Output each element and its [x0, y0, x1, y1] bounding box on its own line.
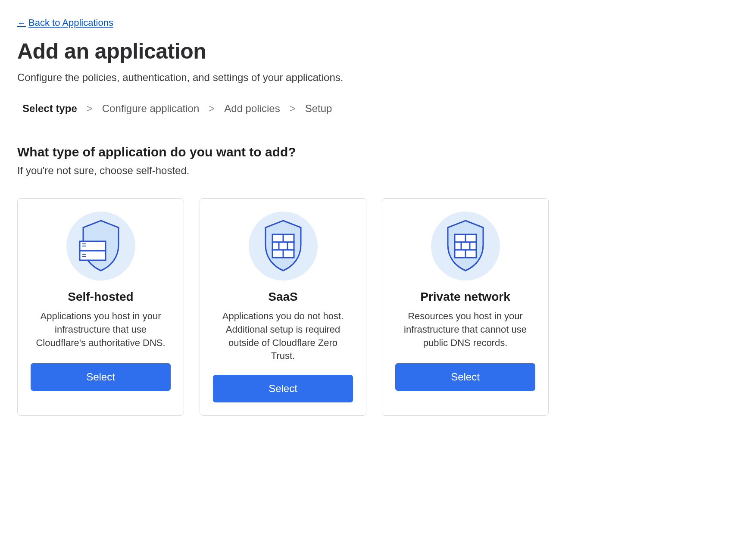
chevron-right-icon: > — [87, 103, 93, 115]
shield-wall-icon — [431, 212, 500, 280]
svg-rect-14 — [455, 242, 476, 250]
svg-rect-1 — [80, 251, 106, 260]
shield-wall-icon — [249, 212, 318, 280]
card-description: Applications you host in your infrastruc… — [31, 310, 171, 351]
breadcrumb-step-select-type: Select type — [22, 103, 77, 115]
card-title: SaaS — [268, 290, 298, 304]
page-title: Add an application — [17, 39, 739, 64]
page-subtitle: Configure the policies, authentication, … — [17, 72, 739, 84]
card-title: Private network — [420, 290, 510, 304]
card-self-hosted: Self-hosted Applications you host in you… — [17, 198, 184, 416]
svg-rect-7 — [272, 242, 294, 250]
chevron-right-icon: > — [290, 103, 296, 115]
back-link-label: Back to Applications — [28, 17, 113, 28]
card-private-network: Private network Resources you host in yo… — [382, 198, 549, 416]
breadcrumb-step-add-policies: Add policies — [224, 103, 280, 115]
chevron-right-icon: > — [209, 103, 215, 115]
breadcrumb: Select type > Configure application > Ad… — [17, 103, 739, 115]
arrow-left-icon: ← — [17, 18, 26, 28]
shield-server-icon — [66, 212, 135, 280]
section-heading: What type of application do you want to … — [17, 145, 739, 159]
card-title: Self-hosted — [68, 290, 133, 304]
select-saas-button[interactable]: Select — [213, 375, 353, 402]
breadcrumb-step-setup: Setup — [305, 103, 332, 115]
card-description: Resources you host in your infrastructur… — [395, 310, 535, 351]
section-sub: If you're not sure, choose self-hosted. — [17, 165, 739, 177]
select-private-network-button[interactable]: Select — [395, 363, 535, 391]
card-saas: SaaS Applications you do not host. Addit… — [200, 198, 366, 416]
select-self-hosted-button[interactable]: Select — [31, 363, 171, 391]
breadcrumb-step-configure-application: Configure application — [102, 103, 199, 115]
back-to-applications-link[interactable]: ← Back to Applications — [17, 17, 113, 28]
card-description: Applications you do not host. Additional… — [213, 310, 353, 363]
application-type-cards: Self-hosted Applications you host in you… — [17, 198, 739, 416]
